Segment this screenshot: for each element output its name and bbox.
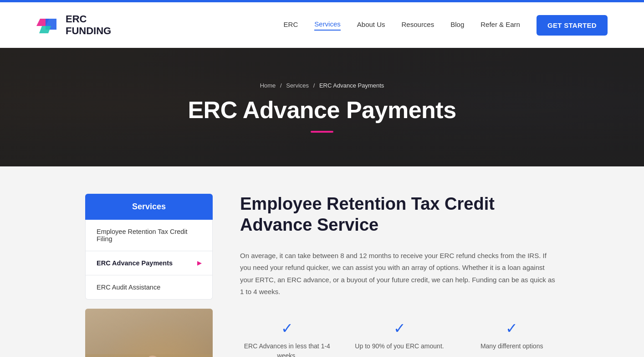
logo-icon [36,13,60,37]
sidebar-item-ertc-filing[interactable]: Employee Retention Tax Credit Filing [86,220,212,251]
nav-about[interactable]: About Us [357,21,385,30]
logo[interactable]: ERC FUNDING [36,13,111,37]
sidebar-title: Services [85,194,213,220]
content-area: Employee Retention Tax Credit Advance Se… [240,194,559,357]
hero-divider [311,131,333,133]
nav-resources[interactable]: Resources [402,21,434,30]
feature-label-2: Up to 90% of you ERC amount. [353,341,447,351]
feature-label-3: Many different options [465,341,559,351]
feature-item-3: ✓ Many different options [465,320,559,357]
feature-check-3: ✓ [465,320,559,337]
nav-erc[interactable]: ERC [284,21,298,30]
sidebar-item-erc-audit[interactable]: ERC Audit Assistance [86,275,212,299]
feature-item-1: ✓ ERC Advances in less that 1-4 weeks. [240,320,334,357]
arrow-icon: ▶ [197,260,201,266]
breadcrumb-services[interactable]: Services [286,82,309,89]
content-title: Employee Retention Tax Credit Advance Se… [240,194,559,235]
feature-check-2: ✓ [353,320,447,337]
breadcrumb-sep-2: / [313,82,315,89]
breadcrumb: Home / Services / ERC Advance Payments [188,82,456,89]
breadcrumb-home[interactable]: Home [260,82,276,89]
breadcrumb-sep-1: / [280,82,282,89]
content-body: On average, it can take between 8 and 12… [240,250,559,298]
feature-item-2: ✓ Up to 90% of you ERC amount. [353,320,447,357]
feature-label-1: ERC Advances in less that 1-4 weeks. [240,341,334,357]
sidebar-item-erc-advance[interactable]: ERC Advance Payments ▶ [86,251,212,275]
get-started-button[interactable]: GET STARTED [537,15,608,36]
sidebar-menu: Employee Retention Tax Credit Filing ERC… [85,220,213,300]
svg-rect-0 [85,354,213,357]
nav-refer[interactable]: Refer & Earn [480,21,520,30]
hero-title: ERC Advance Payments [188,96,456,124]
nav-services[interactable]: Services [314,20,341,31]
hero-content: Home / Services / ERC Advance Payments E… [188,82,456,133]
feature-check-1: ✓ [240,320,334,337]
sidebar-thumbnail [85,309,213,357]
main-nav: ERC Services About Us Resources Blog Ref… [284,15,608,36]
sidebar: Services Employee Retention Tax Credit F… [85,194,213,357]
nav-blog[interactable]: Blog [450,21,464,30]
features-row: ✓ ERC Advances in less that 1-4 weeks. ✓… [240,320,559,357]
logo-text: ERC FUNDING [66,13,111,37]
main-content: Services Employee Retention Tax Credit F… [49,194,595,357]
breadcrumb-current: ERC Advance Payments [319,82,384,89]
header: ERC FUNDING ERC Services About Us Resour… [0,2,644,48]
hero-section: Home / Services / ERC Advance Payments E… [0,48,644,166]
